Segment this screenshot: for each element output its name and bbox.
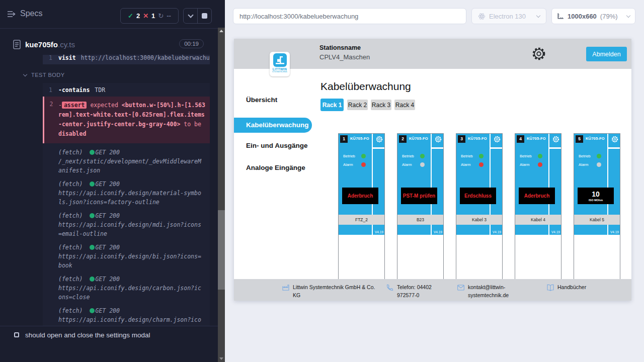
ruler-icon	[557, 13, 564, 20]
assert-badge: assert	[62, 102, 87, 109]
next-test-row[interactable]: should open and close the settings modal	[0, 326, 218, 343]
betrieb-led	[597, 154, 601, 158]
browser-select[interactable]: Electron 130	[471, 8, 546, 24]
rack-module-card: 3 KÜ705-FO Betrieb Alarm Erdschluss Kabe…	[456, 133, 503, 279]
spec-file-icon	[13, 40, 21, 51]
collapse-button[interactable]	[184, 9, 197, 23]
status-message: Aderbruch	[348, 193, 373, 199]
status-value: 10	[592, 191, 600, 198]
gear-icon	[552, 136, 559, 143]
url-input[interactable]	[233, 8, 466, 24]
sidebar-item-kabelueberwachung[interactable]: Kabelüberwachung	[234, 118, 312, 133]
viewport-select[interactable]: 1000x660 (79%)	[551, 8, 635, 24]
specs-title: Specs	[20, 9, 42, 18]
rack-module-card: 1 KÜ705-FO Betrieb Alarm Aderbruch FTZ_2…	[338, 133, 385, 279]
module-number: 4	[517, 135, 524, 143]
alarm-led	[361, 162, 366, 167]
module-settings-button[interactable]	[552, 136, 559, 143]
tab-rack-1[interactable]: Rack 1	[320, 99, 344, 111]
gear-icon	[435, 136, 442, 143]
next-test-title: should open and close the settings modal	[25, 331, 150, 339]
fetch-log-list: (fetch)GET 200 /_next/static/development…	[43, 143, 210, 326]
cable-name: Kabel 5	[574, 215, 620, 225]
contains-command-row[interactable]: 1 contains TDR	[43, 83, 210, 97]
fetch-url: https://api.iconify.design/charm.json?ic…	[58, 315, 204, 326]
page-title: Kabelüberwachung	[320, 80, 411, 93]
status-display: 10 ISO MOhm	[578, 188, 614, 204]
fetch-head: (fetch)GET 200	[58, 179, 204, 189]
module-settings-button[interactable]	[435, 136, 442, 143]
specs-menu-icon[interactable]	[7, 11, 16, 20]
alarm-led	[538, 162, 542, 167]
line-number: 2	[44, 101, 58, 139]
betrieb-label: Betrieb	[579, 154, 591, 158]
status-display: PST-M prüfen	[401, 188, 437, 204]
test-body-section[interactable]: TEST BODY	[24, 72, 218, 78]
spec-file-ext: .cy.ts	[58, 40, 75, 49]
module-number: 5	[576, 135, 583, 143]
station-info: Stationsname CPLV4_Maschen	[319, 44, 370, 61]
spec-file-row[interactable]: kue705fo.cy.ts 00:19	[0, 36, 218, 55]
visit-command: visit	[58, 55, 76, 61]
fetch-head: (fetch)GET 200	[58, 275, 204, 284]
fetch-log-row[interactable]: (fetch)GET 200 https://api.iconify.desig…	[43, 207, 210, 238]
divider	[490, 225, 491, 235]
fetch-log-row[interactable]: (fetch)GET 200 https://api.iconify.desig…	[43, 238, 210, 270]
firmware-version: V4.19	[375, 230, 383, 234]
module-settings-button[interactable]	[611, 136, 618, 143]
stop-button[interactable]	[197, 9, 211, 23]
scroll-down-arrow-icon[interactable]	[219, 357, 223, 360]
pending-count: --	[167, 12, 171, 20]
tab-rack-4[interactable]: Rack 4	[394, 100, 415, 110]
module-number: 1	[340, 135, 348, 143]
sidebar-item-uebersicht[interactable]: Übersicht	[246, 96, 277, 104]
status-message: Aderbruch	[524, 193, 550, 199]
visit-command-row[interactable]: 1 visit http://localhost:3000/kabelueber…	[43, 55, 210, 64]
sidebar-item-ein-und-ausgaenge[interactable]: Ein- und Ausgänge	[246, 142, 308, 149]
browser-pane: Electron 130 1000x660 (79%) Stationsname…	[225, 0, 644, 362]
fetch-log-row[interactable]: (fetch)GET 200 /_next/static/development…	[43, 143, 210, 175]
status-ok-dot	[90, 182, 95, 187]
fetch-log-row[interactable]: (fetch)GET 200 https://api.iconify.desig…	[43, 175, 210, 207]
sidebar-item-analoge-eingaenge[interactable]: Analoge Eingänge	[246, 164, 305, 171]
card-lower-panel: Schleifenwiderstand [kOhm] ⟳ 0 KOhm Schl…	[339, 235, 384, 279]
settings-gear-button[interactable]	[532, 47, 546, 61]
module-model: KÜ705-FO	[586, 136, 605, 141]
module-model: KÜ705-FO	[350, 136, 369, 141]
divider	[607, 225, 608, 235]
scrollbar-thumb[interactable]	[218, 210, 225, 290]
fetch-url: https://api.iconify.design/carbon.json?i…	[58, 284, 204, 302]
footer-phone[interactable]: Telefon: 04402 972577-0	[386, 283, 449, 300]
station-label: Stationsname	[319, 44, 370, 51]
littwin-logo: LITTWIN SYSTEMTECHNIK	[270, 52, 290, 76]
test-stats[interactable]: ✓ 2 ✕ 1 ↻ --	[120, 8, 179, 24]
visit-url: http://localhost:3000/kabelueberwachung	[81, 55, 210, 61]
logo-text: LITTWIN	[270, 67, 290, 71]
footer-manuals-link[interactable]: Handbücher	[546, 283, 586, 292]
tab-rack-2[interactable]: Rack 2	[347, 100, 368, 110]
chevron-down-icon	[23, 72, 27, 76]
footer-email[interactable]: kontakt@littwin-systemtechnik.de	[457, 283, 513, 300]
betrieb-led	[361, 154, 366, 158]
firmware-version: V4.19	[493, 230, 501, 234]
logout-button[interactable]: Abmelden	[586, 47, 627, 61]
alarm-label: Alarm	[461, 162, 471, 167]
fetch-log-row[interactable]: (fetch)GET 200 https://api.iconify.desig…	[43, 302, 210, 326]
alarm-label: Alarm	[579, 162, 589, 167]
status-ok-dot	[90, 308, 95, 313]
browser-name: Electron 130	[489, 13, 526, 20]
divider	[549, 147, 561, 149]
runner-scrollbar[interactable]	[218, 28, 225, 362]
failed-icon: ✕	[143, 12, 148, 20]
book-icon	[546, 284, 554, 292]
tab-rack-3[interactable]: Rack 3	[371, 100, 391, 110]
fetch-log-row[interactable]: (fetch)GET 200 https://api.iconify.desig…	[43, 270, 210, 302]
status-ok-dot	[90, 277, 95, 282]
status-display: Erdschluss	[460, 188, 496, 204]
scroll-up-arrow-icon[interactable]	[219, 30, 223, 32]
alarm-label: Alarm	[520, 162, 530, 167]
command-log: 1 visit http://localhost:3000/kabelueber…	[0, 55, 218, 326]
failed-assert-row[interactable]: 2 assert expected <button.w-[50%].h-[1.5…	[43, 97, 210, 143]
module-settings-button[interactable]	[376, 136, 383, 143]
module-settings-button[interactable]	[494, 136, 501, 143]
